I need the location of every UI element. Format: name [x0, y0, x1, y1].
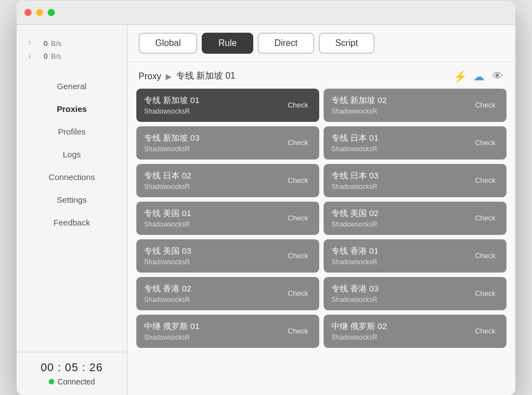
sidebar-item-proxies[interactable]: Proxies [17, 98, 127, 120]
breadcrumb-arrow-icon: ▶ [166, 72, 172, 81]
proxy-info: 专线 日本 03 ShadowsocksR [331, 171, 378, 191]
minimize-button[interactable] [36, 9, 43, 16]
main-content: GlobalRuleDirectScript Proxy ▶ 专线 新加坡 01… [127, 25, 515, 395]
proxy-info: 中继 俄罗斯 01 ShadowsocksR [144, 321, 200, 341]
traffic-lights [24, 9, 55, 16]
proxy-type: ShadowsocksR [144, 258, 191, 266]
proxy-card[interactable]: 专线 新加坡 01 ShadowsocksR Check [136, 89, 319, 122]
proxy-name: 专线 美国 03 [144, 246, 191, 257]
proxy-type: ShadowsocksR [144, 183, 191, 191]
check-button[interactable]: Check [472, 100, 499, 110]
proxy-type: ShadowsocksR [331, 258, 378, 266]
proxy-info: 专线 美国 03 ShadowsocksR [144, 246, 191, 266]
proxy-info: 专线 新加坡 02 ShadowsocksR [331, 95, 387, 115]
proxy-name: 中继 俄罗斯 02 [331, 321, 387, 332]
lightning-icon[interactable]: ⚡ [453, 70, 467, 83]
proxy-card[interactable]: 专线 美国 02 ShadowsocksR Check [324, 202, 507, 235]
check-button[interactable]: Check [472, 137, 499, 148]
check-button[interactable]: Check [284, 250, 311, 261]
download-unit: B/s [51, 50, 62, 63]
proxy-card[interactable]: 专线 香港 02 ShadowsocksR Check [136, 277, 319, 310]
check-button[interactable]: Check [284, 100, 311, 110]
proxy-header: Proxy ▶ 专线 新加坡 01 ⚡☁👁 [127, 62, 515, 89]
proxy-info: 中继 俄罗斯 02 ShadowsocksR [331, 321, 387, 341]
proxy-info: 专线 日本 01 ShadowsocksR [331, 133, 378, 153]
check-button[interactable]: Check [284, 288, 311, 299]
proxy-card[interactable]: 中继 俄罗斯 01 ShadowsocksR Check [136, 315, 319, 348]
proxy-card[interactable]: 中继 俄罗斯 02 ShadowsocksR Check [324, 315, 507, 348]
proxy-card[interactable]: 专线 香港 03 ShadowsocksR Check [324, 277, 507, 310]
sidebar-item-logs[interactable]: Logs [17, 143, 127, 166]
mode-bar: GlobalRuleDirectScript [127, 25, 515, 62]
sidebar-item-connections[interactable]: Connections [17, 166, 127, 188]
breadcrumb: Proxy ▶ 专线 新加坡 01 [139, 70, 236, 82]
proxy-name: 专线 日本 03 [331, 171, 378, 181]
proxy-card[interactable]: 专线 美国 03 ShadowsocksR Check [136, 239, 319, 273]
proxy-card[interactable]: 专线 日本 02 ShadowsocksR Check [136, 164, 319, 197]
proxy-info: 专线 美国 01 ShadowsocksR [144, 208, 191, 228]
proxy-type: ShadowsocksR [144, 220, 191, 228]
cloud-icon[interactable]: ☁ [472, 70, 485, 83]
check-button[interactable]: Check [284, 175, 311, 186]
check-button[interactable]: Check [284, 326, 311, 336]
proxy-type: ShadowsocksR [144, 334, 200, 341]
upload-stat: ↑ 0 B/s [28, 37, 116, 50]
download-stat: ↓ 0 B/s [28, 50, 116, 63]
check-button[interactable]: Check [472, 250, 499, 261]
mode-btn-rule[interactable]: Rule [202, 33, 253, 54]
proxy-info: 专线 新加坡 01 ShadowsocksR [144, 95, 200, 115]
proxy-type: ShadowsocksR [144, 145, 200, 153]
app-window: ↑ 0 B/s ↓ 0 B/s GeneralProxiesProfilesLo… [17, 1, 515, 395]
upload-unit: B/s [51, 37, 62, 50]
mode-btn-direct[interactable]: Direct [258, 33, 314, 54]
proxy-info: 专线 美国 02 ShadowsocksR [331, 208, 378, 228]
proxy-card[interactable]: 专线 日本 01 ShadowsocksR Check [324, 126, 507, 160]
proxy-name: 专线 新加坡 03 [144, 133, 200, 143]
download-arrow-icon: ↓ [28, 50, 33, 63]
proxy-type: ShadowsocksR [331, 145, 378, 153]
proxy-type: ShadowsocksR [331, 107, 387, 115]
eye-off-icon[interactable]: 👁 [491, 70, 504, 83]
sidebar-item-general[interactable]: General [17, 75, 127, 98]
proxy-card[interactable]: 专线 香港 01 ShadowsocksR Check [324, 239, 507, 273]
status-dot-icon [49, 379, 54, 384]
proxy-card[interactable]: 专线 日本 03 ShadowsocksR Check [324, 164, 507, 197]
timer-display: 00 : 05 : 26 [28, 361, 116, 374]
proxy-card[interactable]: 专线 美国 01 ShadowsocksR Check [136, 202, 319, 235]
breadcrumb-current: 专线 新加坡 01 [176, 70, 236, 82]
download-value: 0 [37, 50, 48, 63]
proxy-type: ShadowsocksR [331, 220, 378, 228]
sidebar: ↑ 0 B/s ↓ 0 B/s GeneralProxiesProfilesLo… [17, 25, 127, 395]
proxy-type: ShadowsocksR [331, 334, 387, 341]
proxy-type: ShadowsocksR [331, 183, 378, 191]
proxy-name: 专线 美国 01 [144, 208, 191, 219]
check-button[interactable]: Check [284, 213, 311, 223]
proxy-card[interactable]: 专线 新加坡 03 ShadowsocksR Check [136, 126, 319, 160]
proxy-card[interactable]: 专线 新加坡 02 ShadowsocksR Check [324, 89, 507, 122]
proxy-type: ShadowsocksR [331, 296, 378, 304]
proxy-name: 专线 美国 02 [331, 208, 378, 219]
proxy-name: 专线 日本 01 [331, 133, 378, 143]
proxy-info: 专线 香港 02 ShadowsocksR [144, 284, 191, 304]
proxy-name: 专线 日本 02 [144, 171, 191, 181]
check-button[interactable]: Check [472, 175, 499, 186]
proxy-name: 专线 新加坡 01 [144, 95, 200, 106]
sidebar-item-settings[interactable]: Settings [17, 188, 127, 211]
proxy-name: 专线 香港 01 [331, 246, 378, 257]
close-button[interactable] [24, 9, 32, 16]
mode-btn-global[interactable]: Global [139, 33, 197, 54]
upload-value: 0 [37, 37, 48, 50]
mode-btn-script[interactable]: Script [319, 33, 375, 54]
maximize-button[interactable] [48, 9, 55, 16]
check-button[interactable]: Check [472, 288, 499, 299]
proxy-info: 专线 日本 02 ShadowsocksR [144, 171, 191, 191]
upload-arrow-icon: ↑ [28, 37, 33, 49]
sidebar-item-feedback[interactable]: Feedback [17, 211, 127, 234]
app-body: ↑ 0 B/s ↓ 0 B/s GeneralProxiesProfilesLo… [17, 25, 515, 395]
sidebar-item-profiles[interactable]: Profiles [17, 120, 127, 143]
check-button[interactable]: Check [284, 137, 311, 148]
check-button[interactable]: Check [472, 213, 499, 223]
proxy-name: 中继 俄罗斯 01 [144, 321, 200, 332]
check-button[interactable]: Check [472, 326, 499, 336]
proxy-name: 专线 香港 03 [331, 284, 378, 294]
